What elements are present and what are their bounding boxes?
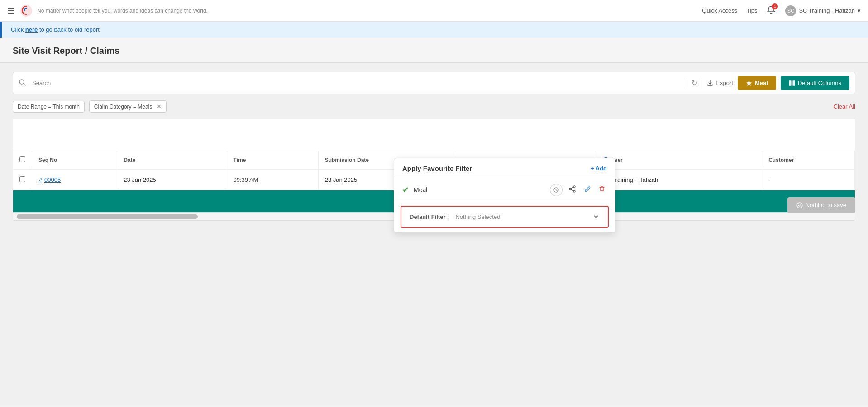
user-name: SC Training - Hafizah — [799, 7, 855, 14]
seq-no-link[interactable]: ↗ 00005 — [38, 176, 110, 183]
tagline: No matter what people tell you, words an… — [37, 8, 702, 14]
default-columns-button[interactable]: Default Columns — [781, 76, 849, 90]
fav-hide-button[interactable] — [550, 184, 563, 196]
svg-point-9 — [573, 186, 575, 188]
scroll-thumb[interactable] — [17, 214, 198, 219]
claim-category-close-icon[interactable]: ✕ — [157, 103, 162, 110]
banner-text-after: to go back to old report — [39, 26, 100, 33]
chevron-down-icon: ▾ — [858, 7, 861, 14]
refresh-button[interactable]: ↻ — [692, 79, 697, 87]
avatar: SC — [785, 5, 796, 16]
cell-time: 09:39 AM — [227, 170, 318, 190]
svg-rect-5 — [791, 80, 792, 86]
svg-line-12 — [571, 187, 573, 189]
col-seq-no: Seq No — [32, 151, 117, 170]
toolbar-divider — [687, 78, 687, 89]
fav-filter-title: Apply Favourite Filter — [402, 165, 472, 172]
svg-point-11 — [569, 188, 571, 190]
toolbar-divider2 — [702, 78, 702, 89]
export-label: Export — [716, 80, 733, 86]
cell-seq-no: ↗ 00005 — [32, 170, 117, 190]
claim-category-filter-tag: Claim Category = Meals ✕ — [89, 100, 167, 113]
select-all-checkbox-header[interactable] — [13, 151, 32, 170]
page-header: Site Visit Report / Claims — [0, 38, 868, 63]
back-to-old-report-banner: Click here to go back to old report — [0, 22, 868, 38]
cell-customer: - — [762, 170, 855, 190]
toolbar: ↻ Export Meal Default Columns — [13, 72, 855, 94]
meal-button[interactable]: Meal — [738, 76, 776, 90]
nothing-to-save-label: Nothing to save — [806, 202, 846, 208]
fav-share-button[interactable] — [567, 184, 578, 196]
bell-badge: 1 — [772, 3, 778, 9]
col-date: Date — [117, 151, 227, 170]
notifications-bell[interactable]: 1 — [766, 5, 776, 16]
claim-category-filter-label: Claim Category = Meals — [94, 104, 152, 110]
fav-item-row: ✔ Meal — [394, 177, 615, 201]
empty-row — [13, 119, 855, 151]
default-columns-label: Default Columns — [798, 80, 841, 86]
topnav: ☰ No matter what people tell you, words … — [0, 0, 868, 22]
fav-item-label: Meal — [414, 186, 545, 194]
svg-rect-6 — [793, 80, 795, 86]
fav-filter-dropdown: Apply Favourite Filter + Add ✔ Meal Defa… — [394, 158, 615, 233]
default-filter-row: Default Filter : Nothing Selected — [401, 206, 609, 228]
export-button[interactable]: Export — [707, 80, 733, 86]
svg-rect-4 — [789, 80, 791, 86]
banner-text-before: Click — [11, 26, 25, 33]
fav-filter-header: Apply Favourite Filter + Add — [394, 158, 615, 177]
fav-check-icon: ✔ — [402, 185, 409, 195]
default-filter-label: Default Filter : — [410, 213, 449, 220]
select-all-checkbox[interactable] — [19, 156, 25, 162]
banner-here-link[interactable]: here — [25, 26, 38, 33]
seq-no-value: 00005 — [44, 176, 61, 183]
svg-marker-3 — [746, 80, 752, 86]
clear-all-button[interactable]: Clear All — [834, 103, 855, 110]
svg-point-10 — [573, 190, 575, 192]
app-logo — [20, 5, 33, 17]
col-time: Time — [227, 151, 318, 170]
quick-access-link[interactable]: Quick Access — [702, 7, 737, 14]
topnav-right: Quick Access Tips 1 SC SC Training - Haf… — [702, 5, 861, 16]
default-filter-select[interactable]: Nothing Selected — [453, 213, 600, 221]
col-user: 👤 User — [596, 151, 762, 170]
date-range-filter-tag: Date Range = This month — [13, 101, 85, 113]
search-icon — [19, 79, 26, 87]
external-link-icon: ↗ — [38, 177, 43, 183]
user-menu[interactable]: SC SC Training - Hafizah ▾ — [785, 5, 861, 16]
row-checkbox[interactable] — [19, 176, 25, 182]
cell-date: 23 Jan 2025 — [117, 170, 227, 190]
fav-add-button[interactable]: + Add — [591, 165, 607, 172]
date-range-filter-label: Date Range = This month — [18, 104, 80, 110]
nothing-to-save-button[interactable]: Nothing to save — [787, 197, 855, 213]
cell-user: SC Training - Hafizah — [596, 170, 762, 190]
filter-bar: Date Range = This month Claim Category =… — [13, 100, 855, 113]
svg-line-2 — [24, 84, 25, 85]
fav-edit-button[interactable] — [582, 184, 592, 196]
meal-label: Meal — [755, 80, 768, 86]
tips-link[interactable]: Tips — [746, 7, 757, 14]
fav-delete-button[interactable] — [597, 184, 607, 196]
content-area: ↻ Export Meal Default Columns Date Range… — [0, 63, 868, 407]
page-title: Site Visit Report / Claims — [13, 46, 119, 56]
row-checkbox-cell[interactable] — [13, 170, 32, 190]
search-input[interactable] — [32, 80, 682, 86]
svg-line-13 — [571, 189, 573, 191]
col-customer: Customer — [762, 151, 855, 170]
hamburger-icon[interactable]: ☰ — [7, 6, 14, 16]
svg-point-14 — [797, 203, 802, 208]
